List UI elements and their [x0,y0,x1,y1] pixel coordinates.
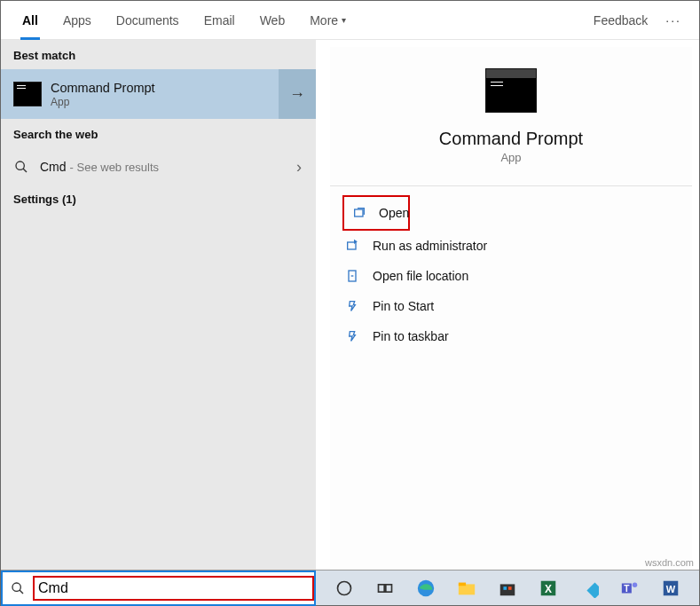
task-view-icon[interactable] [374,578,396,599]
folder-icon [344,268,360,284]
search-icon [13,159,29,175]
web-result-title: Cmd [40,160,67,174]
excel-icon[interactable]: X [538,578,559,599]
action-pin-start-label: Pin to Start [373,299,434,313]
results-body: Best match Command Prompt App → Search t… [1,40,699,570]
cortana-icon[interactable] [334,578,355,599]
svg-point-21 [633,582,638,587]
feedback-link[interactable]: Feedback [585,13,657,28]
svg-line-1 [23,169,27,172]
teams-icon[interactable]: T [619,578,641,599]
action-run-admin-label: Run as administrator [373,239,487,253]
svg-point-8 [338,581,351,594]
tab-email[interactable]: Email [192,1,248,40]
svg-rect-9 [379,584,385,591]
taskbar-search-box[interactable] [1,571,316,606]
svg-text:X: X [545,582,552,594]
tab-documents[interactable]: Documents [104,1,192,40]
svg-rect-2 [355,209,363,216]
tab-apps[interactable]: Apps [51,1,104,40]
search-web-header: Search the web [1,119,316,148]
file-explorer-icon[interactable] [456,578,477,599]
svg-rect-10 [386,584,392,591]
divider [330,185,692,186]
svg-rect-14 [500,584,515,595]
results-list: Best match Command Prompt App → Search t… [1,40,316,570]
chevron-right-icon: › [296,158,302,177]
taskbar-icons: X T W [316,578,681,599]
action-open-location-label: Open file location [373,269,468,283]
action-pin-taskbar-label: Pin to taskbar [373,329,449,343]
more-options-button[interactable]: ··· [657,13,690,28]
command-prompt-icon [13,82,42,106]
best-match-text: Command Prompt App [51,81,155,108]
preview-subtitle: App [500,151,521,164]
store-icon[interactable] [497,578,518,599]
edge-icon[interactable] [415,578,437,599]
svg-rect-16 [508,586,512,590]
watermark: wsxdn.com [645,557,694,568]
best-match-title: Command Prompt [51,81,155,95]
app-preview: Command Prompt App [330,47,692,164]
action-open-location[interactable]: Open file location [337,261,685,291]
expand-result-button[interactable]: → [279,69,316,119]
pin-icon [344,298,360,314]
web-result-subtitle: - See web results [70,161,159,174]
search-input[interactable] [33,576,314,601]
open-icon [352,205,366,221]
taskbar: X T W [1,570,699,605]
web-result-item[interactable]: Cmd - See web results › [1,148,316,185]
action-pin-start[interactable]: Pin to Start [337,291,685,321]
search-icon [3,581,33,595]
svg-rect-19 [586,582,599,597]
action-open[interactable]: Open [345,198,407,228]
chevron-down-icon: ▾ [342,15,346,25]
best-match-subtitle: App [51,96,155,108]
tab-web[interactable]: Web [248,1,298,40]
word-icon[interactable]: W [660,578,681,599]
action-open-label: Open [379,206,409,220]
action-pin-taskbar[interactable]: Pin to taskbar [337,321,685,351]
kodi-icon[interactable] [578,578,600,599]
pin-icon [344,328,360,344]
svg-rect-15 [503,586,507,590]
svg-rect-13 [459,582,466,586]
action-list: Open Run as administrator Open file l [330,195,692,351]
svg-line-7 [20,590,23,594]
shield-icon [344,238,360,254]
preview-pane: Command Prompt App Open [316,40,699,570]
svg-point-6 [12,583,20,591]
preview-title: Command Prompt [439,129,583,149]
command-prompt-icon [485,68,537,113]
svg-text:W: W [666,583,676,594]
tab-all[interactable]: All [10,1,51,40]
start-search-window: All Apps Documents Email Web More ▾ Feed… [0,0,700,606]
filter-tabs: All Apps Documents Email Web More ▾ Feed… [1,1,699,40]
tab-more[interactable]: More ▾ [297,1,358,40]
best-match-item[interactable]: Command Prompt App → [1,69,316,119]
best-match-header: Best match [1,40,316,69]
action-run-admin[interactable]: Run as administrator [337,231,685,261]
svg-text:T: T [624,583,630,593]
settings-group-header[interactable]: Settings (1) [1,185,316,213]
svg-point-0 [16,161,24,169]
